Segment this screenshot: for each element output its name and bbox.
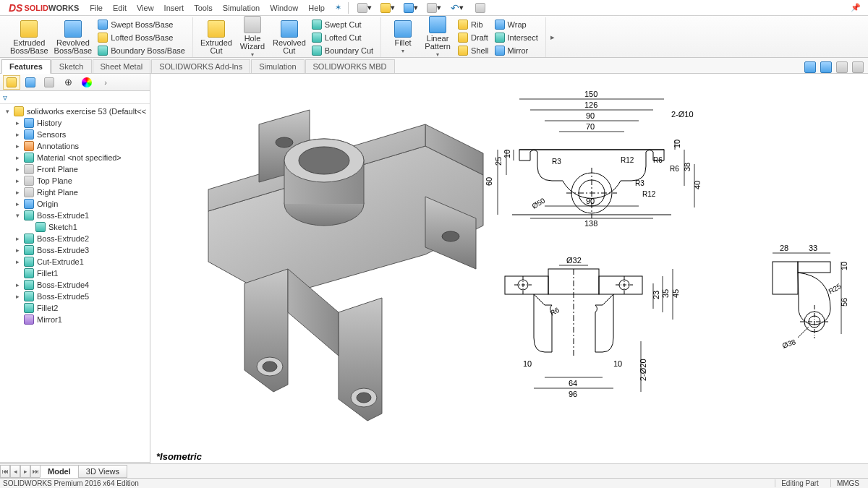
- tree-item[interactable]: ▸Material <not specified>: [1, 152, 150, 163]
- tree-item[interactable]: Fillet2: [1, 302, 150, 314]
- menu-help[interactable]: Help: [303, 0, 330, 15]
- fm-tab-appearance[interactable]: [78, 75, 95, 90]
- tab-next[interactable]: ▸: [20, 465, 30, 478]
- ribtab-addins[interactable]: SOLIDWORKS Add-Ins: [151, 59, 250, 73]
- qat-undo-button[interactable]: ↶▾: [447, 1, 467, 14]
- tab-nav-controls: ⏮ ◂ ▸ ⏭: [0, 465, 41, 478]
- tree-item[interactable]: ▸Boss-Extrude5: [1, 291, 150, 302]
- tree-item[interactable]: ▸Front Plane: [1, 163, 150, 175]
- tab-first[interactable]: ⏮: [0, 465, 10, 478]
- expand-icon[interactable]: ▸: [14, 142, 21, 150]
- fm-tab-tree[interactable]: [3, 75, 20, 90]
- tab-prev[interactable]: ◂: [10, 465, 20, 478]
- expand-icon[interactable]: ▸: [14, 258, 21, 265]
- expand-icon[interactable]: ▸: [14, 247, 21, 254]
- revolved-boss-button[interactable]: Revolved Boss/Base: [51, 19, 95, 56]
- menu-file[interactable]: File: [85, 0, 108, 15]
- intersect-button[interactable]: Intersect: [493, 32, 540, 43]
- menu-simulation[interactable]: Simulation: [218, 0, 265, 15]
- svg-point-6: [442, 231, 459, 241]
- status-units[interactable]: MMGS: [830, 479, 865, 487]
- shell-button[interactable]: Shell: [456, 45, 490, 56]
- label: Rib: [471, 20, 483, 29]
- extruded-boss-button[interactable]: Extruded Boss/Base: [7, 19, 51, 56]
- swept-boss-button[interactable]: Swept Boss/Base: [96, 19, 187, 30]
- qat-new-button[interactable]: ▾: [354, 1, 375, 14]
- expand-icon[interactable]: ▸: [14, 166, 21, 173]
- menu-tools[interactable]: Tools: [189, 0, 218, 15]
- tree-item[interactable]: Mirror1: [1, 314, 150, 325]
- fm-tab-dim[interactable]: ⊕: [59, 75, 77, 90]
- tree-item[interactable]: ▸Cut-Extrude1: [1, 256, 150, 267]
- tree-item[interactable]: ▸History: [1, 117, 150, 129]
- expand-icon[interactable]: ▸: [14, 235, 21, 242]
- ribtab-mbd[interactable]: SOLIDWORKS MBD: [305, 59, 395, 73]
- tree-item[interactable]: ▸Annotations: [1, 140, 150, 152]
- bottom-tab-3dviews[interactable]: 3D Views: [78, 465, 127, 478]
- qat-print-button[interactable]: ▾: [424, 1, 444, 14]
- ribtab-simulation[interactable]: Simulation: [251, 59, 304, 73]
- fm-tab-more[interactable]: ›: [97, 75, 114, 90]
- swept-cut-button[interactable]: Swept Cut: [310, 19, 375, 30]
- tree-item[interactable]: ▾Boss-Extrude1: [1, 210, 150, 221]
- expand-icon[interactable]: ▸: [14, 119, 21, 127]
- lofted-boss-button[interactable]: Lofted Boss/Base: [96, 32, 187, 43]
- menu-insert[interactable]: Insert: [159, 0, 190, 15]
- tree-item[interactable]: ▸Right Plane: [1, 187, 150, 198]
- ribbon-overflow[interactable]: ▸: [548, 32, 558, 43]
- menu-view[interactable]: View: [132, 0, 159, 15]
- tree-item[interactable]: ▸Sensors: [1, 129, 150, 140]
- feature-tree[interactable]: ▾ solidworks exercise 53 (Default<< ▸His…: [0, 104, 150, 462]
- ribtab-features[interactable]: Features: [1, 59, 51, 74]
- boundary-boss-button[interactable]: Boundary Boss/Base: [96, 45, 187, 56]
- boundary-cut-button[interactable]: Boundary Cut: [310, 45, 375, 56]
- prev-view-icon[interactable]: [836, 61, 848, 73]
- tree-item[interactable]: ▸Top Plane: [1, 175, 150, 187]
- expand-icon[interactable]: ▸: [14, 154, 21, 161]
- expand-icon[interactable]: ▸: [14, 189, 21, 196]
- menu-search-icon[interactable]: ✶: [330, 0, 346, 15]
- collapse-icon[interactable]: ▾: [4, 108, 11, 115]
- expand-icon[interactable]: ▸: [14, 293, 21, 300]
- tree-root[interactable]: ▾ solidworks exercise 53 (Default<<: [1, 106, 150, 117]
- linear-pattern-button[interactable]: Linear Pattern ▾: [420, 14, 455, 60]
- menu-window[interactable]: Window: [265, 0, 303, 15]
- draft-button[interactable]: Draft: [456, 32, 490, 43]
- expand-icon[interactable]: ▸: [14, 281, 21, 288]
- tree-item[interactable]: Sketch1: [1, 221, 150, 233]
- expand-icon[interactable]: ▸: [14, 200, 21, 207]
- qat-save-button[interactable]: ▾: [401, 1, 421, 14]
- tree-item[interactable]: ▸Boss-Extrude4: [1, 279, 150, 291]
- qat-open-button[interactable]: ▾: [378, 1, 398, 14]
- ribtab-sheetmetal[interactable]: Sheet Metal: [93, 59, 151, 73]
- hole-wizard-button[interactable]: Hole Wizard ▾: [235, 14, 270, 60]
- tree-item[interactable]: ▸Boss-Extrude2: [1, 233, 150, 244]
- node-label: Boss-Extrude3: [37, 246, 89, 254]
- fm-tab-property[interactable]: [22, 75, 39, 90]
- ribtab-sketch[interactable]: Sketch: [51, 59, 92, 73]
- fm-tab-config[interactable]: [41, 75, 58, 90]
- pin-icon[interactable]: 📌: [846, 3, 865, 12]
- tab-last[interactable]: ⏭: [30, 465, 41, 478]
- menu-edit[interactable]: Edit: [108, 0, 132, 15]
- extruded-cut-button[interactable]: Extruded Cut: [197, 19, 235, 56]
- zoom-fit-icon[interactable]: [804, 61, 816, 73]
- mirror-button[interactable]: Mirror: [493, 45, 540, 56]
- wrap-button[interactable]: Wrap: [493, 19, 540, 30]
- rib-button[interactable]: Rib: [456, 19, 490, 30]
- tree-item[interactable]: ▸Origin: [1, 198, 150, 210]
- filter-icon[interactable]: ▿: [3, 93, 7, 103]
- expand-icon[interactable]: ▸: [14, 177, 21, 184]
- revolved-cut-button[interactable]: Revolved Cut: [270, 19, 309, 56]
- fillet-button[interactable]: Fillet ▾: [386, 19, 420, 56]
- tree-item[interactable]: ▸Boss-Extrude3: [1, 244, 150, 256]
- bottom-tab-model[interactable]: Model: [40, 465, 79, 478]
- lofted-cut-button[interactable]: Lofted Cut: [310, 32, 375, 43]
- zoom-area-icon[interactable]: [820, 61, 832, 73]
- expand-icon[interactable]: ▾: [14, 212, 21, 219]
- section-view-icon[interactable]: [852, 61, 864, 73]
- expand-icon[interactable]: ▸: [14, 131, 21, 138]
- qat-redo-button[interactable]: [470, 1, 490, 14]
- tree-item[interactable]: Fillet1: [1, 267, 150, 279]
- graphics-area[interactable]: 150 126 90 70 90 138 60 25 10 38 40: [150, 74, 868, 474]
